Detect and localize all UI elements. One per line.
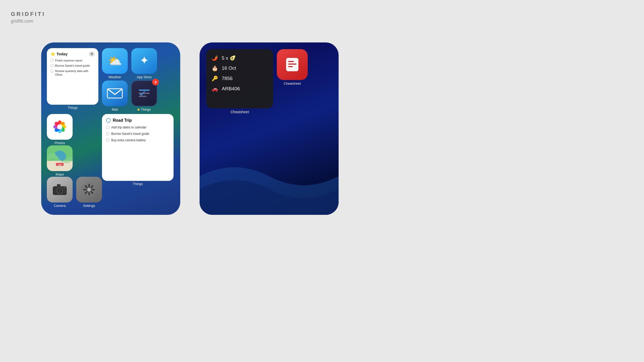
svg-rect-5 [139, 96, 147, 97]
svg-rect-1 [107, 88, 123, 99]
road-trip-widget-label: Things [102, 182, 174, 186]
maps-icon: 280 [47, 145, 73, 171]
svg-line-28 [91, 192, 93, 193]
appstore-icon: ✦ [131, 48, 157, 74]
brand-area: GRIDFITI gridfiti.com [11, 11, 45, 24]
svg-rect-39 [288, 66, 293, 67]
camera-icon [47, 177, 73, 202]
appstore-app-cell[interactable]: ✦ App Store [131, 48, 157, 79]
cheatsheet-dark-widget: 🌶️ 5 x 🥑 🎂 16 Oct 🔑 7856 🚗 ARB406 [206, 49, 273, 108]
svg-line-34 [91, 186, 93, 187]
svg-rect-24 [64, 187, 65, 188]
cheatsheet-app-cell[interactable]: Cheatsheet [277, 49, 308, 85]
svg-text:✦: ✦ [140, 54, 149, 67]
right-phone-screen: 🌶️ 5 x 🥑 🎂 16 Oct 🔑 7856 🚗 ARB406 Cheats… [200, 42, 339, 215]
photos-icon [47, 114, 73, 140]
weather-app-cell[interactable]: ⛅ Weather [102, 48, 128, 79]
left-phone-screen: ⭐ Today 9 Finish expense report Borrow S… [41, 42, 180, 215]
svg-point-35 [87, 188, 91, 192]
svg-point-14 [57, 124, 62, 129]
svg-rect-23 [57, 184, 61, 186]
mail-icon [102, 81, 128, 106]
decorative-wave [200, 138, 339, 215]
things-widget-label: Things [47, 106, 98, 110]
svg-rect-3 [139, 90, 150, 91]
svg-point-22 [58, 189, 61, 192]
settings-icon [76, 177, 102, 202]
svg-line-32 [85, 186, 87, 187]
svg-rect-38 [288, 64, 296, 65]
maps-app-cell[interactable]: 280 Maps [47, 145, 73, 176]
camera-app-cell[interactable]: Camera [47, 177, 73, 208]
cheatsheet-widget-label: Cheatsheet [206, 110, 273, 114]
things-app-badge: 9 [152, 79, 159, 85]
road-trip-widget: Road Trip Add trip dates to calendar Bor… [102, 114, 174, 181]
things-today-widget: ⭐ Today 9 Finish expense report Borrow S… [47, 48, 98, 105]
settings-app-cell[interactable]: Settings [76, 177, 102, 208]
brand-url: gridfiti.com [11, 19, 45, 24]
cheatsheet-app-icon [277, 49, 308, 80]
photos-app-cell[interactable]: Photos [47, 114, 73, 145]
things-app-cell[interactable]: 9 Things [131, 81, 157, 111]
weather-icon: ⛅ [102, 48, 128, 74]
mail-app-cell[interactable]: Mail [102, 81, 128, 111]
brand-title: GRIDFITI [11, 11, 45, 17]
svg-text:280: 280 [58, 164, 62, 166]
svg-line-30 [85, 192, 87, 193]
svg-rect-37 [288, 61, 294, 62]
